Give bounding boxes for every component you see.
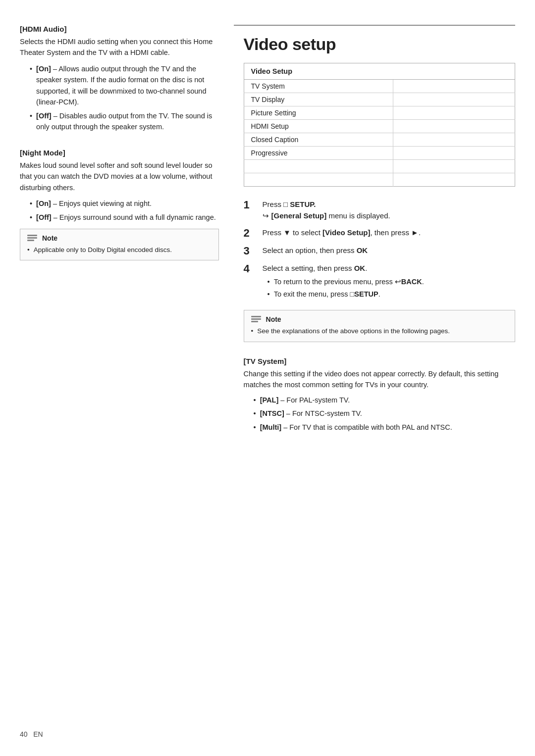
- tv-system-bullet-ntsc: [NTSC] – For NTSC-system TV.: [244, 408, 515, 419]
- table-row: [244, 173, 515, 187]
- step-2: 2 Press ▼ to select [Video Setup], then …: [244, 227, 515, 240]
- row-value-closed-caption: [393, 133, 515, 147]
- table-row: TV System: [244, 80, 515, 93]
- table-row: TV Display: [244, 93, 515, 106]
- row-label-hdmi-setup: HDMI Setup: [244, 120, 393, 133]
- step-4-content: Select a setting, then press OK. To retu…: [263, 262, 515, 301]
- right-note-body: See the explanations of the above option…: [251, 326, 508, 336]
- step-4-sub-list: To return to the previous menu, press ↩ …: [263, 276, 515, 300]
- step-1-content: Press □ SETUP. [General Setup] menu is d…: [263, 199, 515, 222]
- step-1: 1 Press □ SETUP. [General Setup] menu is…: [244, 199, 515, 222]
- table-row: Progressive: [244, 147, 515, 160]
- hdmi-audio-bullet-on: [On] – Allows audio output through the T…: [20, 63, 219, 108]
- step-2-content: Press ▼ to select [Video Setup], then pr…: [263, 227, 515, 238]
- step-1-arrow: [General Setup] menu is displayed.: [263, 210, 515, 221]
- svg-rect-0: [27, 235, 37, 236]
- right-note-label: Note: [266, 315, 281, 323]
- tv-system-body: Change this setting if the video does no…: [244, 368, 515, 391]
- table-header: Video Setup: [244, 63, 515, 80]
- night-mode-body: Makes loud sound level softer and soft s…: [20, 160, 219, 193]
- svg-rect-4: [251, 318, 261, 320]
- step-4-number: 4: [244, 262, 259, 275]
- row-value-picture-setting: [393, 106, 515, 120]
- left-note-item-0: Applicable only to Dolby Digital encoded…: [27, 245, 212, 255]
- hdmi-audio-bullets: [On] – Allows audio output through the T…: [20, 63, 219, 133]
- left-note-body: Applicable only to Dolby Digital encoded…: [27, 245, 212, 255]
- step-3-content: Select an option, then press OK: [263, 245, 515, 256]
- tv-system-bullets: [PAL] – For PAL-system TV. [NTSC] – For …: [244, 395, 515, 433]
- lang-label: EN: [33, 730, 43, 738]
- step-list: 1 Press □ SETUP. [General Setup] menu is…: [244, 199, 515, 301]
- row-value-empty-1: [393, 160, 515, 173]
- tv-system-bullet-pal: [PAL] – For PAL-system TV.: [244, 395, 515, 405]
- step-3-number: 3: [244, 245, 259, 257]
- left-note-header: Note: [27, 234, 212, 242]
- left-column: [HDMI Audio] Selects the HDMI audio sett…: [20, 25, 234, 731]
- row-value-tv-system: [393, 80, 515, 93]
- step-4-main: Select a setting, then press OK.: [263, 264, 368, 272]
- tv-system-bullet-multi: [Multi] – For TV that is compatible with…: [244, 422, 515, 433]
- right-note-header: Note: [251, 315, 508, 323]
- right-note-item-0: See the explanations of the above option…: [251, 326, 508, 336]
- row-label-empty-1: [244, 160, 393, 173]
- night-mode-bullets: [On] – Enjoys quiet viewing at night. [O…: [20, 198, 219, 223]
- step-4-sub-2: To exit the menu, press □ SETUP.: [263, 289, 515, 300]
- night-mode-section: [Night Mode] Makes loud sound level soft…: [20, 149, 219, 223]
- night-mode-bullet-on: [On] – Enjoys quiet viewing at night.: [20, 198, 219, 209]
- row-label-closed-caption: Closed Caption: [244, 133, 393, 147]
- hdmi-audio-body: Selects the HDMI audio setting when you …: [20, 36, 219, 58]
- hdmi-audio-title: [HDMI Audio]: [20, 25, 219, 33]
- tv-system-section: [TV System] Change this setting if the v…: [244, 357, 515, 433]
- note-icon: [27, 234, 38, 242]
- row-label-picture-setting: Picture Setting: [244, 106, 393, 120]
- step-4-sub-1: To return to the previous menu, press ↩ …: [263, 276, 515, 287]
- note-icon-right: [251, 315, 262, 323]
- step-4: 4 Select a setting, then press OK. To re…: [244, 262, 515, 301]
- hdmi-audio-bullet-off: [Off] – Disables audio output from the T…: [20, 110, 219, 133]
- step-1-number: 1: [244, 199, 259, 211]
- page-number: 40: [20, 730, 28, 738]
- row-label-tv-system: TV System: [244, 80, 393, 93]
- step-3-main: Select an option, then press OK: [263, 246, 368, 254]
- page-title: Video setup: [244, 35, 515, 54]
- step-1-main: Press □ SETUP.: [263, 200, 316, 208]
- svg-rect-1: [27, 237, 37, 239]
- left-note-label: Note: [42, 234, 57, 242]
- night-mode-title: [Night Mode]: [20, 149, 219, 157]
- row-value-progressive: [393, 147, 515, 160]
- step-3: 3 Select an option, then press OK: [244, 245, 515, 257]
- svg-rect-2: [27, 240, 34, 241]
- page-footer: 40 EN: [20, 730, 43, 738]
- right-column: Video setup Video Setup TV System TV Dis…: [234, 25, 515, 731]
- row-label-empty-2: [244, 173, 393, 187]
- right-note-box: Note See the explanations of the above o…: [244, 310, 515, 342]
- row-value-hdmi-setup: [393, 120, 515, 133]
- table-row: HDMI Setup: [244, 120, 515, 133]
- row-value-empty-2: [393, 173, 515, 187]
- row-label-tv-display: TV Display: [244, 93, 393, 106]
- hdmi-audio-section: [HDMI Audio] Selects the HDMI audio sett…: [20, 25, 219, 133]
- table-row: [244, 160, 515, 173]
- night-mode-bullet-off: [Off] – Enjoys surround sound with a ful…: [20, 212, 219, 223]
- video-setup-table: Video Setup TV System TV Display Picture…: [244, 63, 515, 187]
- table-row: Picture Setting: [244, 106, 515, 120]
- table-row: Closed Caption: [244, 133, 515, 147]
- step-2-main: Press ▼ to select [Video Setup], then pr…: [263, 228, 421, 237]
- row-label-progressive: Progressive: [244, 147, 393, 160]
- left-note-box: Note Applicable only to Dolby Digital en…: [20, 229, 219, 260]
- tv-system-title: [TV System]: [244, 357, 515, 365]
- svg-rect-3: [251, 316, 261, 317]
- step-2-number: 2: [244, 227, 259, 240]
- svg-rect-5: [251, 321, 258, 322]
- row-value-tv-display: [393, 93, 515, 106]
